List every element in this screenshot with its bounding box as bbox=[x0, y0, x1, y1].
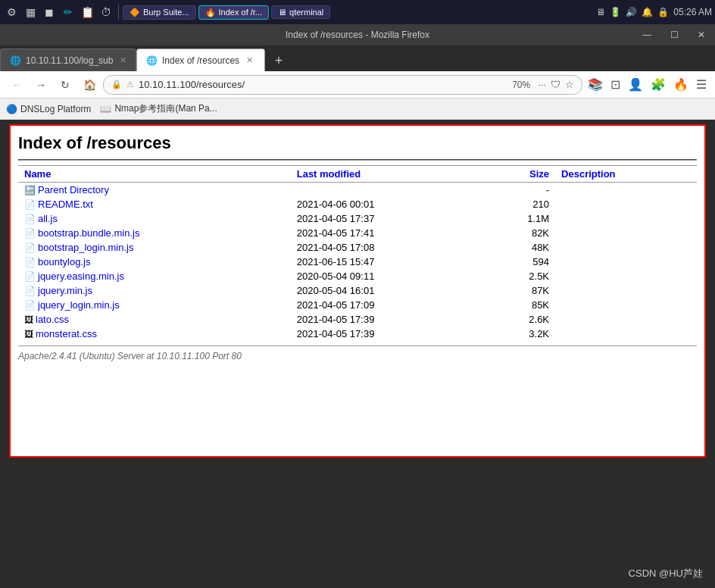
tab-resources-close[interactable]: ✕ bbox=[244, 55, 255, 66]
window-controls: — ☐ ✕ bbox=[633, 24, 715, 45]
file-link[interactable]: jquery_login.min.js bbox=[38, 299, 120, 311]
file-name-cell: 📄all.js bbox=[18, 211, 291, 226]
close-button[interactable]: ✕ bbox=[688, 24, 715, 45]
file-link[interactable]: bootstrap_login.min.js bbox=[38, 242, 133, 253]
file-modified-cell: 2021-04-05 17:37 bbox=[291, 211, 482, 226]
file-size-cell: 48K bbox=[482, 240, 555, 255]
table-row: 🖼monsterat.css2021-04-05 17:393.2K bbox=[18, 327, 697, 341]
file-icon: 📄 bbox=[24, 257, 36, 267]
security-icon: 🔒 bbox=[111, 80, 122, 89]
file-description-cell bbox=[555, 298, 697, 312]
flame-icon[interactable]: 🔥 bbox=[671, 75, 691, 94]
taskbar-icon-3[interactable]: ◼ bbox=[41, 4, 58, 20]
library-icon[interactable]: 📚 bbox=[585, 75, 605, 94]
taskbar-divider bbox=[118, 5, 119, 20]
file-description-cell bbox=[555, 240, 697, 255]
col-name: Name bbox=[18, 166, 291, 183]
file-description-cell bbox=[555, 211, 697, 226]
file-link[interactable]: bountylog.js bbox=[38, 256, 90, 267]
file-link[interactable]: README.txt bbox=[38, 199, 93, 210]
refresh-button[interactable]: ↻ bbox=[55, 74, 76, 95]
taskbar-icon-5[interactable]: 📋 bbox=[79, 4, 95, 20]
file-description-cell bbox=[555, 283, 697, 298]
file-icon: 📄 bbox=[24, 228, 36, 239]
taskbar-right: 🖥 🔋 🔊 🔔 🔒 05:26 AM bbox=[596, 7, 712, 17]
file-description-cell bbox=[555, 197, 697, 211]
file-link[interactable]: bootstrap.bundle.min.js bbox=[38, 227, 139, 239]
taskbar-icon-1[interactable]: ⚙ bbox=[3, 4, 20, 20]
account-icon[interactable]: 👤 bbox=[626, 75, 645, 94]
minimize-button[interactable]: — bbox=[633, 24, 660, 45]
time-display: 05:26 AM bbox=[673, 7, 712, 17]
file-description-cell bbox=[555, 269, 697, 283]
burpsuite-icon: 🔶 bbox=[130, 8, 140, 17]
page-content: Index of /resources Name Last modified S… bbox=[9, 124, 706, 458]
file-size-cell: 2.5K bbox=[482, 269, 555, 283]
dnslog-label: DNSLog Platform bbox=[20, 104, 91, 114]
file-description-cell bbox=[555, 255, 697, 269]
tab-logsub-icon: 🌐 bbox=[10, 55, 21, 66]
ellipsis-icon[interactable]: ··· bbox=[538, 79, 546, 90]
taskbar-burpsuite[interactable]: 🔶 Burp Suite... bbox=[123, 5, 196, 20]
taskbar-qterminal[interactable]: 🖥 qterminal bbox=[271, 5, 330, 19]
firefox-icon: 🔥 bbox=[205, 8, 216, 17]
file-description-cell bbox=[555, 226, 697, 240]
forward-button[interactable]: → bbox=[30, 74, 52, 95]
file-modified-cell: 2021-04-05 17:39 bbox=[291, 327, 482, 341]
firefox-label: Index of /r... bbox=[219, 8, 262, 17]
warning-icon: ⚠ bbox=[126, 80, 134, 89]
tab-resources[interactable]: 🌐 Index of /resources ✕ bbox=[136, 48, 265, 71]
url-display: 10.10.11.100/resources/ bbox=[139, 79, 504, 90]
file-modified-cell: 2020-05-04 16:01 bbox=[291, 283, 482, 298]
tab-logsub-close[interactable]: ✕ bbox=[117, 55, 129, 66]
menu-icon[interactable]: ☰ bbox=[694, 75, 709, 94]
file-modified-cell: 2021-04-05 17:41 bbox=[291, 226, 482, 240]
bookmark-dnslog[interactable]: 🔵 DNSLog Platform bbox=[6, 104, 91, 114]
file-name-cell: 🔙Parent Directory bbox=[18, 183, 291, 198]
tab-logsub[interactable]: 🌐 10.10.11.100/log_sub ✕ bbox=[0, 48, 136, 71]
taskbar-icon-2[interactable]: ▦ bbox=[22, 4, 39, 20]
file-description-cell bbox=[555, 327, 697, 341]
zoom-level: 70% bbox=[512, 80, 530, 90]
file-size-cell: - bbox=[482, 183, 555, 198]
taskbar-icon-6[interactable]: ⏱ bbox=[98, 4, 114, 20]
sync-icon[interactable]: ⊡ bbox=[608, 75, 623, 94]
page-title: Index of /resources bbox=[18, 133, 697, 153]
file-modified-cell: 2021-04-05 17:08 bbox=[291, 240, 482, 255]
file-size-cell: 594 bbox=[482, 255, 555, 269]
table-row: 📄bountylog.js2021-06-15 15:47594 bbox=[18, 255, 697, 269]
tab-resources-label: Index of /resources bbox=[162, 55, 239, 66]
new-tab-button[interactable]: + bbox=[268, 50, 289, 71]
table-row: 📄bootstrap_login.min.js2021-04-05 17:084… bbox=[18, 240, 697, 255]
file-link[interactable]: Parent Directory bbox=[38, 184, 109, 195]
file-description-cell bbox=[555, 183, 697, 198]
file-link[interactable]: jquery.easing.min.js bbox=[38, 271, 124, 282]
url-bar[interactable]: 🔒 ⚠ 10.10.11.100/resources/ 70% ··· 🛡 ☆ bbox=[103, 75, 582, 95]
shield-icon[interactable]: 🛡 bbox=[551, 79, 560, 90]
file-icon: 📄 bbox=[24, 214, 36, 224]
footer-rule bbox=[18, 346, 697, 346]
file-link[interactable]: monsterat.css bbox=[36, 328, 97, 339]
taskbar-firefox[interactable]: 🔥 Index of /r... bbox=[198, 5, 269, 20]
file-modified-cell: 2021-04-05 17:09 bbox=[291, 298, 482, 312]
file-name-cell: 📄bountylog.js bbox=[18, 255, 291, 269]
file-size-cell: 3.2K bbox=[482, 327, 555, 341]
col-size: Size bbox=[482, 166, 555, 183]
home-button[interactable]: 🏠 bbox=[79, 74, 100, 95]
taskbar-icon-4[interactable]: ✏ bbox=[60, 4, 76, 20]
file-size-cell: 1.1M bbox=[482, 211, 555, 226]
maximize-button[interactable]: ☐ bbox=[660, 24, 688, 45]
bell-icon: 🔔 bbox=[642, 7, 653, 17]
table-row: 📄jquery.easing.min.js2020-05-04 09:112.5… bbox=[18, 269, 697, 283]
file-name-cell: 📄jquery.min.js bbox=[18, 283, 291, 298]
file-link[interactable]: lato.css bbox=[36, 314, 69, 325]
file-name-cell: 📄bootstrap_login.min.js bbox=[18, 240, 291, 255]
star-icon[interactable]: ☆ bbox=[565, 79, 574, 90]
file-link[interactable]: jquery.min.js bbox=[38, 285, 92, 296]
extensions-icon[interactable]: 🧩 bbox=[648, 75, 668, 94]
file-link[interactable]: all.js bbox=[38, 213, 58, 224]
file-description-cell bbox=[555, 312, 697, 327]
bookmark-nmap[interactable]: 📖 Nmap参考指南(Man Pa... bbox=[100, 102, 217, 115]
battery-icon: 🔋 bbox=[610, 7, 621, 17]
back-button[interactable]: ← bbox=[6, 74, 27, 95]
